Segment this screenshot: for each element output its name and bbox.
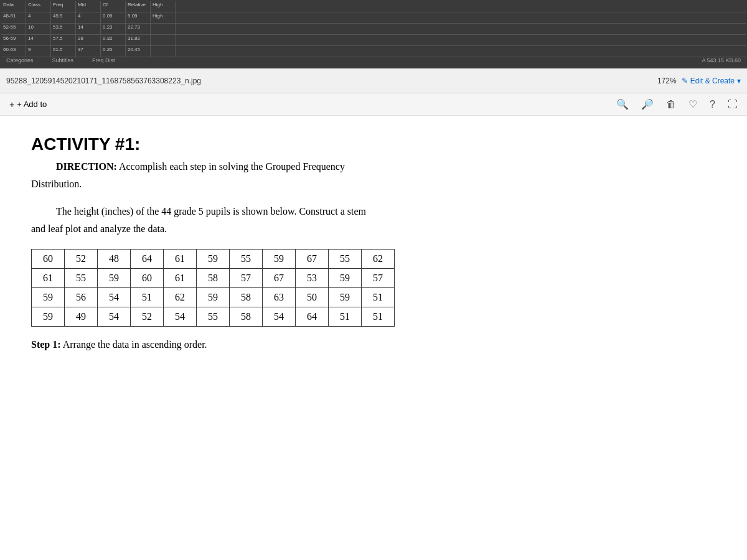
crop-icon[interactable]: ⛶ <box>728 99 738 110</box>
table-cell: 59 <box>98 269 131 288</box>
cell: Class <box>26 1 51 12</box>
table-cell: 51 <box>362 307 395 327</box>
heart-icon[interactable]: ♡ <box>688 98 697 110</box>
table-cell: 63 <box>263 288 296 307</box>
table-cell: 61 <box>32 269 65 288</box>
table-cell: 64 <box>131 250 164 269</box>
cell: 57.5 <box>51 35 76 45</box>
delete-icon[interactable]: 🗑 <box>666 99 676 110</box>
cell: Mid <box>76 1 101 12</box>
zoom-label: 172% <box>657 77 677 85</box>
table-cell: 54 <box>98 307 131 327</box>
table-cell: 57 <box>230 269 263 288</box>
filename-label: 95288_1205914520210171_11687585637633082… <box>6 77 201 85</box>
question-icon[interactable]: ? <box>710 99 715 110</box>
table-cell: 56 <box>65 288 98 307</box>
cell: 49.5 <box>51 12 76 23</box>
table-cell: 59 <box>329 288 362 307</box>
cell: 53.5 <box>51 24 76 34</box>
step1-label: Step 1: <box>31 339 61 350</box>
table-cell: 59 <box>32 288 65 307</box>
table-row: 5949545254555854645151 <box>32 307 395 327</box>
table-cell: 59 <box>263 250 296 269</box>
pencil-icon: ✎ <box>682 77 688 85</box>
freq-label: Freq Dist <box>92 57 115 63</box>
cell: 10 <box>26 24 51 34</box>
description-line2: and leaf plot and analyze the data. <box>31 222 716 236</box>
step1-text: Step 1: Arrange the data in ascending or… <box>31 339 716 350</box>
table-cell: 62 <box>164 288 197 307</box>
table-cell: 67 <box>296 250 329 269</box>
data-table: 6052486461595559675562615559606158576753… <box>31 249 395 327</box>
table-cell: 60 <box>32 250 65 269</box>
table-cell: 55 <box>329 250 362 269</box>
activity-title: ACTIVITY #1: <box>31 134 716 154</box>
table-cell: 61 <box>164 250 197 269</box>
cell: 56-59 <box>1 35 26 45</box>
table-cell: 52 <box>65 250 98 269</box>
table-cell: 53 <box>296 269 329 288</box>
table-cell: 51 <box>362 288 395 307</box>
table-cell: 54 <box>164 307 197 327</box>
table-cell: 50 <box>296 288 329 307</box>
cell: High <box>151 12 176 23</box>
table-cell: 55 <box>230 250 263 269</box>
cell: 52-55 <box>1 24 26 34</box>
cell <box>151 35 176 45</box>
cell: 31.82 <box>126 35 151 45</box>
cell: Data <box>1 1 26 12</box>
file-info: A 543.15 KB.60 <box>702 57 741 63</box>
plus-icon: + <box>9 100 14 110</box>
main-content-area: ACTIVITY #1: DIRECTION: Accomplish each … <box>0 116 747 560</box>
cell: 22.73 <box>126 24 151 34</box>
description-line1: The height (inches) of the 44 grade 5 pu… <box>31 204 716 219</box>
table-cell: 51 <box>131 288 164 307</box>
cell: 37 <box>76 46 101 57</box>
table-cell: 58 <box>230 307 263 327</box>
table-cell: 58 <box>197 269 230 288</box>
cell: 0.09 <box>101 12 126 23</box>
table-cell: 59 <box>197 288 230 307</box>
table-cell: 61 <box>164 269 197 288</box>
table-row: 6155596061585767535957 <box>32 269 395 288</box>
top-bar-area: Data Class Freq Mid Cf Relative High 48-… <box>0 0 747 68</box>
cell: 14 <box>26 35 51 45</box>
toolbar-icons: 🔍 🔎 🗑 ♡ ? ⛶ <box>616 98 738 110</box>
zoom-in-icon[interactable]: 🔍 <box>616 98 629 110</box>
table-cell: 64 <box>296 307 329 327</box>
cell: 61.5 <box>51 46 76 57</box>
cell: Relative <box>126 1 151 12</box>
table-row: 6052486461595559675562 <box>32 250 395 269</box>
cell: 20.45 <box>126 46 151 57</box>
category-label: Categories <box>6 57 34 63</box>
cell <box>151 24 176 34</box>
cell: 4 <box>26 12 51 23</box>
table-cell: 52 <box>131 307 164 327</box>
spreadsheet-preview: Data Class Freq Mid Cf Relative High 48-… <box>0 0 747 68</box>
direction-body: Accomplish each step in solving the Grou… <box>117 161 345 172</box>
table-cell: 49 <box>65 307 98 327</box>
table-cell: 58 <box>230 288 263 307</box>
cell: 14 <box>76 24 101 34</box>
data-table-container: 6052486461595559675562615559606158576753… <box>31 249 716 327</box>
cell: 48-51 <box>1 12 26 23</box>
main-toolbar: 95288_1205914520210171_11687585637633082… <box>0 68 747 93</box>
cell: 0.23 <box>101 24 126 34</box>
table-cell: 67 <box>263 269 296 288</box>
add-to-button[interactable]: + + Add to <box>9 100 47 110</box>
cell: 0.32 <box>101 35 126 45</box>
cell: 60-63 <box>1 46 26 57</box>
distribution-text: Distribution. <box>31 177 716 192</box>
cell: Freq <box>51 1 76 12</box>
direction-text: DIRECTION: Accomplish each step in solvi… <box>31 159 716 174</box>
table-cell: 59 <box>329 269 362 288</box>
table-cell: 51 <box>329 307 362 327</box>
table-cell: 57 <box>362 269 395 288</box>
table-cell: 62 <box>362 250 395 269</box>
zoom-out-icon[interactable]: 🔎 <box>641 98 654 110</box>
edit-create-button[interactable]: ✎ Edit & Create ▾ <box>682 77 741 85</box>
table-cell: 59 <box>32 307 65 327</box>
chevron-down-icon: ▾ <box>737 77 741 85</box>
cell: High <box>151 1 176 12</box>
cell: Cf <box>101 1 126 12</box>
